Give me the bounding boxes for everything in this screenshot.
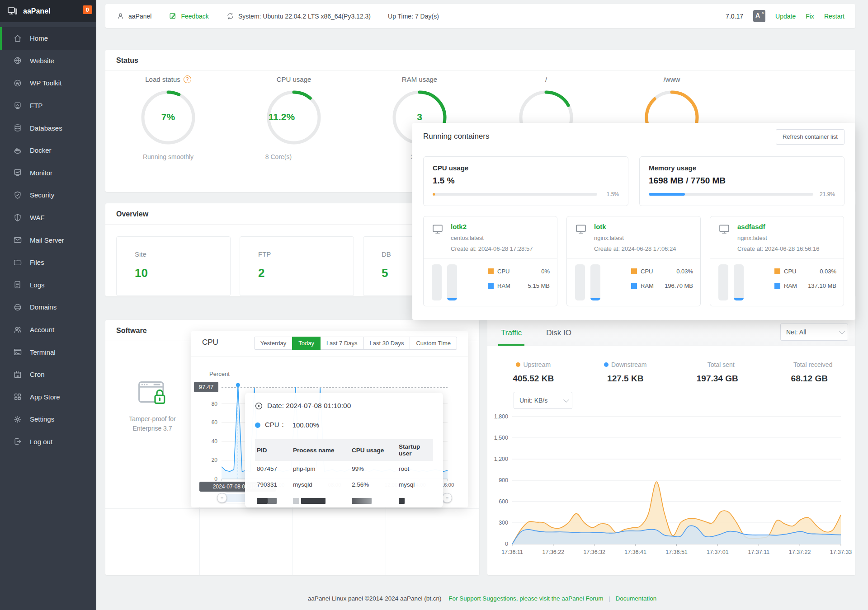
cron-icon: [13, 370, 22, 379]
gauge-value: 11.2%: [253, 112, 310, 122]
sidebar-item-databases[interactable]: Databases: [0, 117, 96, 139]
ram-bar: [590, 264, 600, 300]
sidebar-item-waf[interactable]: WAF: [0, 206, 96, 229]
account-icon: [13, 325, 22, 334]
sidebar-item-label: Settings: [30, 415, 54, 423]
container-card-lotk[interactable]: lotk nginx:latest Create at: 2024-06-28 …: [566, 216, 701, 306]
sidebar-item-cron[interactable]: Cron: [0, 363, 96, 386]
refresh-container-list-button[interactable]: Refresh container list: [776, 129, 844, 145]
tamper-proof-icon: [138, 381, 167, 406]
sidebar-item-monitor[interactable]: Monitor: [0, 162, 96, 184]
gauge-load-status: Load status 7% Running smoothly: [118, 75, 218, 160]
svg-text:17:36:41: 17:36:41: [624, 549, 646, 555]
forum-link[interactable]: For Support Suggestions, please visit th…: [448, 595, 603, 602]
ram-bar: [447, 264, 457, 300]
svg-text:900: 900: [499, 477, 508, 483]
datazoom-left-handle[interactable]: [217, 493, 227, 503]
sidebar-item-label: Cron: [30, 371, 45, 378]
overview-card-site[interactable]: Site 10: [116, 236, 231, 296]
stat-value: 197.34 GB: [671, 374, 764, 384]
container-card-lotk2[interactable]: lotk2 centos:latest Create at: 2024-06-2…: [423, 216, 557, 306]
stat-label: Total received: [793, 361, 832, 368]
svg-text:40: 40: [212, 438, 218, 445]
running-containers-modal: Running containers Refresh container lis…: [412, 123, 855, 320]
datazoom-right-handle[interactable]: [442, 493, 452, 503]
sidebar-item-docker[interactable]: Docker: [0, 139, 96, 162]
help-icon[interactable]: [184, 75, 191, 83]
divider: [191, 357, 468, 357]
fix-button[interactable]: Fix: [806, 13, 814, 20]
cell-pid: 807457: [255, 461, 291, 477]
unit-select[interactable]: Unit: KB/s: [514, 392, 572, 409]
software-item-tamper-proof[interactable]: Tamper-proof for Enterprise 3.7: [105, 341, 199, 508]
sidebar-item-files[interactable]: Files: [0, 251, 96, 274]
user-menu[interactable]: aaPanel: [116, 12, 151, 20]
tab-today[interactable]: Today: [292, 337, 321, 350]
stat-upstream: Upstream 405.52 KB: [487, 361, 580, 384]
cpu-range-tabs: Yesterday Today Last 7 Days Last 30 Days…: [254, 337, 457, 350]
svg-text:1,500: 1,500: [494, 435, 508, 441]
sidebar-item-account[interactable]: Account: [0, 319, 96, 341]
sidebar-item-label: Security: [30, 191, 54, 199]
bar-percent-label: 1.5%: [602, 191, 619, 197]
sidebar-item-home[interactable]: Home: [0, 27, 96, 50]
overview-card-ftp[interactable]: FTP 2: [240, 236, 354, 296]
svg-text:17:37:11: 17:37:11: [748, 549, 769, 555]
documentation-link[interactable]: Documentation: [616, 595, 657, 602]
notification-badge[interactable]: 0: [83, 5, 92, 14]
overview-label: Site: [135, 250, 230, 258]
domains-icon: [13, 303, 22, 312]
system-icon: [226, 12, 235, 20]
folder-icon: [13, 258, 22, 267]
sidebar-item-wp-toolkit[interactable]: WP Toolkit: [0, 72, 96, 94]
container-name: asdfasdf: [737, 223, 765, 230]
sidebar-item-logs[interactable]: Logs: [0, 274, 96, 296]
app-store-icon: [13, 392, 22, 401]
sidebar-item-mail-server[interactable]: Mail Server: [0, 229, 96, 251]
unit-select-value: Unit: KB/s: [519, 397, 547, 404]
tab-last-7-days[interactable]: Last 7 Days: [320, 337, 364, 350]
box-value: 1698 MB / 7750 MB: [649, 176, 835, 186]
tab-last-30-days[interactable]: Last 30 Days: [363, 337, 410, 350]
cpu-popup-title: CPU: [202, 338, 218, 347]
tab-yesterday[interactable]: Yesterday: [254, 337, 292, 350]
sidebar-item-label: Log out: [30, 438, 52, 446]
restart-button[interactable]: Restart: [824, 13, 844, 20]
feedback-link[interactable]: Feedback: [169, 12, 208, 20]
sidebar-item-website[interactable]: Website: [0, 50, 96, 72]
container-card-asdfasdf[interactable]: asdfasdf nginx:latest Create at: 2024-06…: [710, 216, 844, 306]
legend-label: RAM: [497, 282, 510, 289]
sidebar-item-terminal[interactable]: Terminal: [0, 341, 96, 363]
tab-custom-time[interactable]: Custom Time: [410, 337, 457, 350]
ftp-icon: [13, 101, 22, 110]
cpu-legend-icon: [631, 268, 637, 274]
feedback-icon: [169, 12, 177, 20]
logs-icon: [13, 280, 22, 289]
cpu-bar: [718, 264, 728, 300]
sidebar-item-app-store[interactable]: App Store: [0, 386, 96, 408]
panel-version: 7.0.17: [726, 13, 743, 20]
sidebar-item-label: Files: [30, 258, 44, 266]
sidebar-item-domains[interactable]: Domains: [0, 296, 96, 319]
net-select[interactable]: Net: All: [780, 324, 848, 341]
sidebar: aaPanel 0 Home Website WP Toolkit FTP Da…: [0, 0, 96, 610]
stat-value: 127.5 KB: [580, 374, 672, 384]
container-created: Create at: 2024-06-28 17:28:57: [451, 245, 533, 252]
sidebar-item-logout[interactable]: Log out: [0, 431, 96, 453]
gear-icon: [13, 415, 22, 424]
tab-disk-io[interactable]: Disk IO: [543, 328, 574, 346]
sidebar-item-security[interactable]: Security: [0, 184, 96, 206]
tab-traffic[interactable]: Traffic: [498, 328, 524, 346]
language-icon[interactable]: [753, 10, 765, 22]
gauge-label: CPU usage: [277, 75, 311, 83]
copyright-text: aaPanel Linux panel ©2014-2024 aaPanel (…: [308, 595, 442, 602]
box-label: CPU usage: [433, 164, 619, 172]
system-info: System: Ubuntu 22.04.2 LTS x86_64(Py3.12…: [226, 12, 371, 20]
globe-icon: [13, 56, 22, 65]
update-button[interactable]: Update: [775, 13, 796, 20]
sidebar-item-ftp[interactable]: FTP: [0, 94, 96, 117]
stat-label: Total sent: [708, 361, 735, 368]
sidebar-item-settings[interactable]: Settings: [0, 408, 96, 431]
stat-downstream: Downstream 127.5 KB: [580, 361, 672, 384]
chevron-down-icon: [563, 397, 569, 403]
